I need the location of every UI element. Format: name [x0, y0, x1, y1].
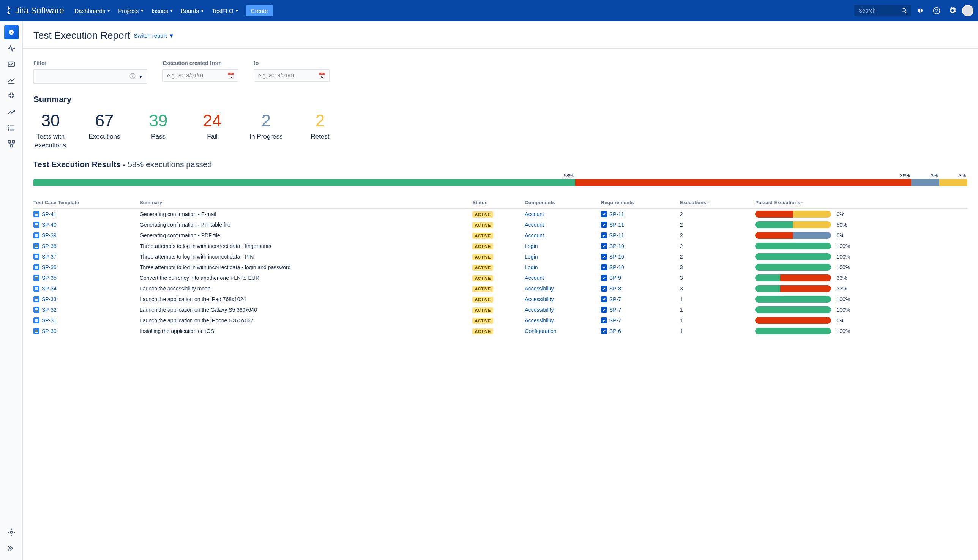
column-header[interactable]: Test Case Template [33, 197, 140, 209]
mini-progress-bar [755, 253, 831, 260]
requirement-icon [601, 307, 607, 313]
test-case-link[interactable]: SP-34 [33, 285, 57, 292]
svg-rect-44 [35, 308, 38, 309]
chart-icon[interactable] [4, 105, 18, 119]
requirement-link[interactable]: SP-8 [601, 285, 621, 292]
component-link[interactable]: Account [525, 222, 544, 228]
summary-cell: Launch the application on the iPhone 6 3… [140, 315, 472, 326]
chevron-down-icon: ▼ [168, 32, 174, 39]
project-icon[interactable] [4, 25, 18, 40]
column-header[interactable]: Summary [140, 197, 472, 209]
calendar-icon[interactable]: 📅 [227, 72, 235, 79]
requirement-link[interactable]: SP-10 [601, 253, 624, 260]
requirement-icon [601, 317, 607, 323]
nav-item-dashboards[interactable]: Dashboards▼ [71, 5, 114, 16]
column-header[interactable]: Executions↑↓ [680, 197, 756, 209]
component-link[interactable]: Account [525, 211, 544, 217]
feedback-icon[interactable] [914, 4, 927, 17]
test-case-link[interactable]: SP-38 [33, 243, 57, 249]
test-case-link[interactable]: SP-41 [33, 211, 57, 217]
requirement-link[interactable]: SP-9 [601, 275, 621, 281]
svg-rect-39 [35, 288, 38, 289]
summary-number: 24 [195, 111, 229, 130]
test-case-link[interactable]: SP-32 [33, 307, 57, 313]
svg-rect-35 [35, 277, 38, 277]
switch-report-link[interactable]: Switch report ▼ [133, 32, 174, 39]
summary-cell: Generating confirmation - E-mail [140, 208, 472, 220]
column-header[interactable]: Requirements [601, 197, 680, 209]
user-avatar[interactable] [962, 5, 973, 16]
component-link[interactable]: Login [525, 253, 538, 260]
filter-select[interactable]: ⓧ ▼ [33, 69, 147, 84]
expand-sidebar-icon[interactable] [4, 541, 18, 555]
executions-cell: 3 [680, 273, 756, 283]
requirement-link[interactable]: SP-7 [601, 317, 621, 323]
component-link[interactable]: Accessibility [525, 307, 553, 313]
test-case-link[interactable]: SP-33 [33, 296, 57, 302]
column-header[interactable]: Status [472, 197, 525, 209]
svg-rect-46 [35, 310, 38, 311]
column-header[interactable]: Passed Executions↑↓ [755, 197, 967, 209]
test-case-link[interactable]: SP-35 [33, 275, 57, 281]
chevron-down-icon: ▼ [170, 9, 173, 13]
percent-text: 100% [836, 328, 850, 334]
test-case-link[interactable]: SP-40 [33, 222, 57, 228]
summary-cell: Launch the accessibility mode [140, 283, 472, 294]
filters-row: Filter ⓧ ▼ Execution created from 📅 to 📅 [23, 48, 978, 88]
component-link[interactable]: Login [525, 243, 538, 249]
component-link[interactable]: Login [525, 264, 538, 270]
nav-item-projects[interactable]: Projects▼ [114, 5, 148, 16]
requirement-link[interactable]: SP-11 [601, 222, 624, 228]
requirement-link[interactable]: SP-10 [601, 264, 624, 270]
search-icon [901, 8, 907, 14]
requirement-link[interactable]: SP-7 [601, 296, 621, 302]
progress-segment-label: 3% [939, 173, 967, 178]
test-case-link[interactable]: SP-39 [33, 232, 57, 238]
settings-icon[interactable] [946, 4, 959, 17]
summary-cell: Three attempts to log in with incorrect … [140, 262, 472, 273]
calendar-icon[interactable]: 📅 [318, 72, 326, 79]
column-header[interactable]: Components [525, 197, 601, 209]
create-button[interactable]: Create [246, 5, 273, 16]
svg-point-10 [8, 130, 9, 131]
test-case-link[interactable]: SP-30 [33, 328, 57, 334]
component-link[interactable]: Account [525, 275, 544, 281]
summary-cell: Installing the application on iOS [140, 326, 472, 337]
svg-rect-20 [35, 223, 38, 224]
test-case-link[interactable]: SP-37 [33, 253, 57, 260]
jira-logo[interactable]: Jira Software [5, 6, 64, 15]
board-icon[interactable] [4, 57, 18, 72]
svg-rect-47 [35, 319, 38, 320]
test-case-link[interactable]: SP-31 [33, 317, 57, 323]
requirement-link[interactable]: SP-11 [601, 211, 624, 217]
test-case-link[interactable]: SP-36 [33, 264, 57, 270]
reports-icon[interactable] [4, 73, 18, 87]
chevron-down-icon: ▼ [200, 9, 204, 13]
addons-icon[interactable] [4, 89, 18, 103]
status-badge: ACTIVE [472, 222, 493, 228]
summary-cell: Three attempts to log in with incorrect … [140, 241, 472, 251]
mini-progress-bar [755, 211, 831, 218]
component-link[interactable]: Configuration [525, 328, 556, 334]
requirement-link[interactable]: SP-11 [601, 232, 624, 238]
activity-icon[interactable] [4, 41, 18, 55]
clear-filter-icon[interactable]: ⓧ [130, 73, 135, 80]
requirement-link[interactable]: SP-10 [601, 243, 624, 249]
nav-item-issues[interactable]: Issues▼ [148, 5, 177, 16]
tree-icon[interactable] [4, 137, 18, 151]
list-icon[interactable] [4, 121, 18, 135]
help-icon[interactable]: ? [930, 4, 943, 17]
project-settings-icon[interactable] [4, 525, 18, 540]
requirement-link[interactable]: SP-6 [601, 328, 621, 334]
requirement-link[interactable]: SP-7 [601, 307, 621, 313]
passed-executions-cell: 0% [755, 211, 963, 218]
nav-item-boards[interactable]: Boards▼ [177, 5, 208, 16]
summary-cell: Convert the currency into another one PL… [140, 273, 472, 283]
svg-point-16 [10, 531, 13, 533]
component-link[interactable]: Accessibility [525, 296, 553, 302]
nav-item-testflo[interactable]: TestFLO▼ [208, 5, 243, 16]
component-link[interactable]: Account [525, 232, 544, 238]
component-link[interactable]: Accessibility [525, 317, 553, 323]
svg-rect-41 [35, 298, 38, 298]
component-link[interactable]: Accessibility [525, 285, 553, 292]
